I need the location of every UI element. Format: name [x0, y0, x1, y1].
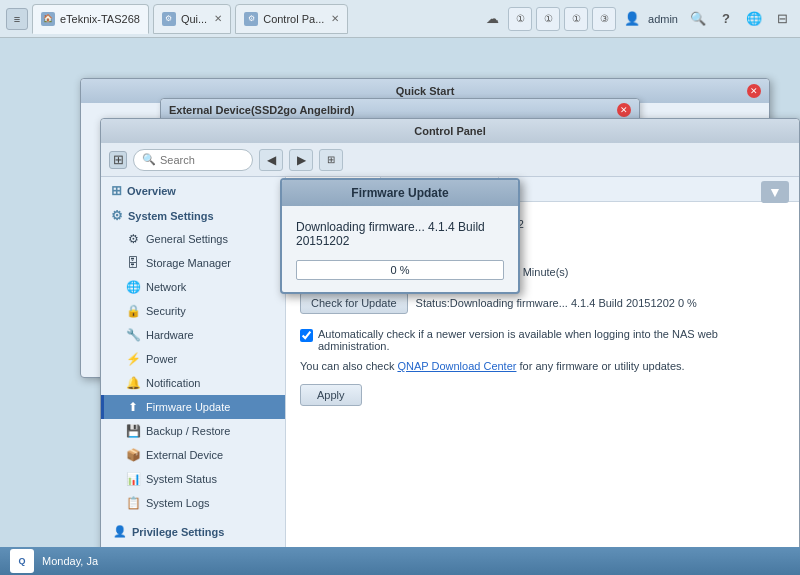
- qs-title: Quick Start: [396, 85, 455, 97]
- system-settings-header[interactable]: ⚙ System Settings: [101, 202, 285, 227]
- browser-menu-button[interactable]: ≡: [6, 8, 28, 30]
- forward-icon: ▶: [297, 153, 306, 167]
- fw-progress-bar: 0 %: [296, 260, 504, 280]
- external-device-label: External Device: [146, 449, 223, 461]
- tab-control-icon: ⚙: [244, 12, 258, 26]
- logo-text: Q: [18, 556, 25, 566]
- cp-titlebar: Control Panel: [101, 119, 799, 143]
- tab-quick-label: Qui...: [181, 13, 207, 25]
- main-area: Quick Start ✕ Welcome to QNAP External D…: [0, 38, 800, 575]
- settings-icon[interactable]: ⊟: [770, 7, 794, 31]
- overview-icon: ⊞: [111, 183, 122, 198]
- back-icon: ◀: [267, 153, 276, 167]
- check-for-update-label: Check for Update: [311, 297, 397, 309]
- sidebar-item-system-logs[interactable]: 📋 System Logs: [101, 491, 285, 515]
- overview-header[interactable]: ⊞ Overview: [101, 177, 285, 202]
- apply-label: Apply: [317, 389, 345, 401]
- sidebar-item-external-device[interactable]: 📦 External Device: [101, 443, 285, 467]
- chevron-down-icon: ▼: [768, 184, 782, 200]
- sidebar-item-hardware[interactable]: 🔧 Hardware: [101, 323, 285, 347]
- security-icon: 🔒: [126, 304, 140, 318]
- status-text: Status:Downloading firmware... 4.1.4 Bui…: [416, 297, 697, 309]
- cp-title: Control Panel: [414, 125, 486, 137]
- check-for-update-button[interactable]: Check for Update: [300, 292, 408, 314]
- sidebar-item-network[interactable]: 🌐 Network: [101, 275, 285, 299]
- cp-toolbar: ⊞ 🔍 ◀ ▶ ⊞: [101, 143, 799, 177]
- sidebar: ⊞ Overview ⚙ System Settings ⚙ General S…: [101, 177, 286, 575]
- quick-start-close-button[interactable]: ✕: [747, 84, 761, 98]
- firmware-update-label: Firmware Update: [146, 401, 230, 413]
- hardware-icon: 🔧: [126, 328, 140, 342]
- apply-button[interactable]: Apply: [300, 384, 362, 406]
- cp-search-box: 🔍: [133, 149, 253, 171]
- system-status-label: System Status: [146, 473, 217, 485]
- search-icon: 🔍: [142, 153, 156, 166]
- qnap-download-center-link[interactable]: QNAP Download Center: [397, 360, 516, 372]
- notif-1-icon[interactable]: ①: [508, 7, 532, 31]
- sidebar-item-firmware-update[interactable]: ⬆ Firmware Update: [101, 395, 285, 419]
- tab-control-close[interactable]: ✕: [331, 13, 339, 24]
- system-settings-icon: ⚙: [111, 208, 123, 223]
- sidebar-item-notification[interactable]: 🔔 Notification: [101, 371, 285, 395]
- tab-nas[interactable]: 🏠 eTeknix-TAS268: [32, 4, 149, 34]
- ext-device-close-button[interactable]: ✕: [617, 103, 631, 117]
- search-icon[interactable]: 🔍: [686, 7, 710, 31]
- general-settings-icon: ⚙: [126, 232, 140, 246]
- fw-dialog-titlebar: Firmware Update: [282, 180, 518, 206]
- sidebar-item-storage-manager[interactable]: 🗄 Storage Manager: [101, 251, 285, 275]
- cp-grid-button[interactable]: ⊞: [319, 149, 343, 171]
- system-status-icon: 📊: [126, 472, 140, 486]
- cp-back-button[interactable]: ◀: [259, 149, 283, 171]
- notif-4-icon[interactable]: ③: [592, 7, 616, 31]
- notification-icon: 🔔: [126, 376, 140, 390]
- fw-dialog-message: Downloading firmware... 4.1.4 Build 2015…: [296, 220, 504, 248]
- fw-dialog-title-text: Firmware Update: [351, 186, 448, 200]
- qnap-logo: Q: [10, 549, 34, 573]
- network-label: Network: [146, 281, 186, 293]
- tab-nas-icon: 🏠: [41, 12, 55, 26]
- menu-icon: ≡: [14, 13, 20, 25]
- cloud-icon[interactable]: ☁: [480, 7, 504, 31]
- cp-view-toggle[interactable]: ⊞: [109, 151, 127, 169]
- close-icon: ✕: [750, 86, 758, 96]
- privilege-settings-label: Privilege Settings: [132, 526, 224, 538]
- sidebar-item-backup-restore[interactable]: 💾 Backup / Restore: [101, 419, 285, 443]
- fw-dialog-body: Downloading firmware... 4.1.4 Build 2015…: [282, 206, 518, 292]
- help-icon[interactable]: ?: [714, 7, 738, 31]
- power-icon: ⚡: [126, 352, 140, 366]
- privilege-settings-header[interactable]: 👤 Privilege Settings: [101, 519, 285, 542]
- tab-quick-icon: ⚙: [162, 12, 176, 26]
- sidebar-item-general-settings[interactable]: ⚙ General Settings: [101, 227, 285, 251]
- firmware-update-icon: ⬆: [126, 400, 140, 414]
- bottom-bar: Q Monday, Ja: [0, 547, 800, 575]
- tab-control[interactable]: ⚙ Control Pa... ✕: [235, 4, 348, 34]
- storage-manager-label: Storage Manager: [146, 257, 231, 269]
- network-icon: 🌐: [126, 280, 140, 294]
- auto-check-checkbox[interactable]: [300, 329, 313, 342]
- sidebar-item-security[interactable]: 🔒 Security: [101, 299, 285, 323]
- user-avatar[interactable]: 👤: [620, 7, 644, 31]
- cp-forward-button[interactable]: ▶: [289, 149, 313, 171]
- firmware-update-dialog: Firmware Update Downloading firmware... …: [280, 178, 520, 294]
- auto-check-row: Automatically check if a newer version i…: [300, 322, 785, 358]
- also-check-row: You can also check QNAP Download Center …: [300, 358, 785, 378]
- tab-quick[interactable]: ⚙ Qui... ✕: [153, 4, 231, 34]
- external-device-icon: 📦: [126, 448, 140, 462]
- globe-icon[interactable]: 🌐: [742, 7, 766, 31]
- ext-device-title: External Device(SSD2go Angelbird): [169, 104, 354, 116]
- auto-check-text: Automatically check if a newer version i…: [318, 328, 785, 352]
- backup-restore-label: Backup / Restore: [146, 425, 230, 437]
- grid-icon: ⊞: [327, 154, 335, 165]
- tab-quick-close[interactable]: ✕: [214, 13, 222, 24]
- system-logs-icon: 📋: [126, 496, 140, 510]
- username-label: admin: [648, 13, 678, 25]
- cp-search-input[interactable]: [160, 154, 240, 166]
- also-check-text: You can also check: [300, 360, 397, 372]
- sidebar-item-system-status[interactable]: 📊 System Status: [101, 467, 285, 491]
- notif-3-icon[interactable]: ①: [564, 7, 588, 31]
- notif-2-icon[interactable]: ①: [536, 7, 560, 31]
- privilege-settings-icon: 👤: [113, 525, 127, 538]
- sidebar-item-power[interactable]: ⚡ Power: [101, 347, 285, 371]
- scroll-down-button[interactable]: ▼: [761, 181, 789, 203]
- general-settings-label: General Settings: [146, 233, 228, 245]
